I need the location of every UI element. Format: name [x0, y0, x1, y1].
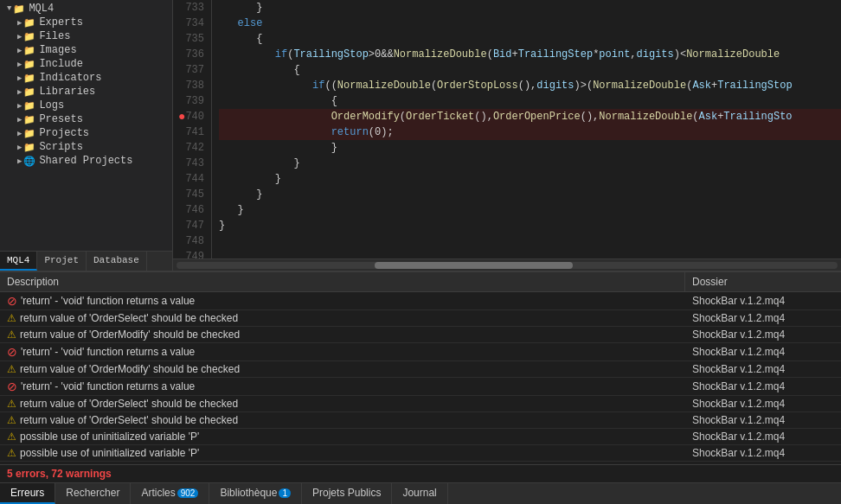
warning-icon: ⚠: [7, 414, 16, 426]
line-number: 742: [180, 140, 204, 156]
error-desc: ⚠possible use of uninitialized variable …: [0, 429, 685, 444]
error-desc: ⚠return value of 'OrderSelect' should be…: [0, 396, 685, 411]
articles-badge: 902: [177, 488, 199, 498]
code-line: if(TrailingStop>0&&NormalizeDouble(Bid+T…: [219, 47, 841, 62]
sidebar-tab-projet[interactable]: Projet: [37, 252, 87, 271]
sidebar-tree: ▼ 📁 MQL4 ▶ 📁 Experts ▶ 📁 Files ▶ 📁 Image…: [0, 0, 172, 251]
folder-icon: 📁: [13, 3, 25, 15]
sidebar-item-libraries[interactable]: ▶ 📁 Libraries: [0, 85, 172, 99]
error-icon: ⊘: [7, 345, 17, 359]
arrow-icon: ▶: [17, 18, 22, 28]
header-description: Description: [0, 272, 685, 291]
bottom-tab-articles[interactable]: Articles902: [131, 483, 209, 504]
line-number: 736: [180, 47, 204, 62]
folder-icon: 📁: [23, 17, 35, 29]
sidebar-tab-database[interactable]: Database: [87, 252, 147, 271]
sidebar-item-label: Presets: [39, 113, 82, 125]
error-row[interactable]: ⚠return value of 'OrderSelect' should be…: [0, 412, 841, 429]
line-number: 749: [180, 249, 204, 258]
sidebar-item-experts[interactable]: ▶ 📁 Experts: [0, 16, 172, 29]
warning-icon: ⚠: [7, 398, 16, 410]
sidebar-item-label: Shared Projects: [39, 155, 132, 167]
error-row[interactable]: ⊘'return' - 'void' function returns a va…: [0, 292, 841, 310]
sidebar-item-images[interactable]: ▶ 📁 Images: [0, 43, 172, 57]
warning-icon: ⚠: [7, 329, 16, 341]
arrow-icon: ▶: [17, 101, 22, 111]
error-dossier: ShockBar v.1.2.mq4: [685, 361, 841, 377]
sidebar-tab-mql4[interactable]: MQL4: [0, 252, 37, 271]
sidebar-item-logs[interactable]: ▶ 📁 Logs: [0, 99, 172, 112]
arrow-icon: ▶: [17, 60, 22, 69]
code-line-error: return(0);: [219, 124, 841, 140]
sidebar-item-label: Images: [39, 44, 76, 56]
error-row[interactable]: ⊘'return' - 'void' function returns a va…: [0, 343, 841, 361]
sidebar-item-include[interactable]: ▶ 📁 Include: [0, 57, 172, 71]
arrow-icon: ▶: [17, 129, 22, 138]
bottom-tab-rechercher[interactable]: Rechercher: [55, 483, 131, 504]
error-desc: ⊘'return' - 'void' function returns a va…: [0, 378, 685, 395]
scrollbar-track: [177, 262, 838, 269]
arrow-icon: ▶: [17, 115, 22, 124]
bottom-tab-journal[interactable]: Journal: [392, 483, 447, 504]
scrollbar-thumb: [375, 262, 573, 269]
bottom-tab-erreurs[interactable]: Erreurs: [0, 483, 55, 504]
error-desc: ⚠return value of 'OrderSelect' should be…: [0, 310, 685, 326]
arrow-icon: ▶: [17, 143, 22, 152]
error-desc: ⚠return value of 'OrderModify' should be…: [0, 327, 685, 342]
main-area: ▼ 📁 MQL4 ▶ 📁 Experts ▶ 📁 Files ▶ 📁 Image…: [0, 0, 841, 271]
sidebar-item-files[interactable]: ▶ 📁 Files: [0, 29, 172, 43]
error-dossier: ShockBar v.1.2.mq4: [685, 429, 841, 444]
editor-area: 733 734 735 736 737 738 739 ● 740 741 74…: [173, 0, 841, 271]
line-number: 737: [180, 62, 204, 78]
header-dossier: Dossier: [685, 272, 841, 291]
error-desc: ⚠possible use of uninitialized variable …: [0, 445, 685, 461]
sidebar-item-label: Libraries: [39, 86, 95, 98]
status-bar: 5 errors, 72 warnings: [0, 464, 841, 482]
status-errors-text: 5 errors, 72 warnings: [7, 468, 112, 480]
error-dossier: ShockBar v.1.2.mq4: [685, 344, 841, 360]
bibliotheque-badge: 1: [279, 488, 291, 498]
shared-folder-icon: 🌐: [23, 156, 35, 167]
horizontal-scrollbar[interactable]: [173, 258, 841, 271]
error-dossier: ShockBar v.1.2.mq4: [685, 310, 841, 326]
sidebar-item-projects[interactable]: ▶ 📁 Projects: [0, 126, 172, 140]
sidebar-item-presets[interactable]: ▶ 📁 Presets: [0, 112, 172, 126]
code-line-error: OrderModify(OrderTicket(),OrderOpenPrice…: [219, 109, 841, 124]
code-line: }: [219, 218, 841, 233]
error-row[interactable]: ⊘'return' - 'void' function returns a va…: [0, 378, 841, 396]
error-row[interactable]: ⚠return value of 'OrderModify' should be…: [0, 361, 841, 378]
error-row[interactable]: ⚠return value of 'OrderSelect' should be…: [0, 310, 841, 327]
code-line: {: [219, 93, 841, 109]
code-line: {: [219, 31, 841, 47]
line-number: ● 740: [180, 109, 204, 124]
line-number: 734: [180, 16, 204, 31]
sidebar-item-scripts[interactable]: ▶ 📁 Scripts: [0, 140, 172, 154]
line-number: 738: [180, 78, 204, 93]
sidebar-item-indicators[interactable]: ▶ 📁 Indicators: [0, 71, 172, 85]
arrow-icon: ▼: [7, 4, 11, 13]
error-dossier: ShockBar v.1.2.mq4: [685, 327, 841, 342]
sidebar-item-mql4[interactable]: ▼ 📁 MQL4: [0, 2, 172, 16]
bottom-tab-projets-publics[interactable]: Projets Publics: [302, 483, 392, 504]
line-numbers: 733 734 735 736 737 738 739 ● 740 741 74…: [173, 0, 212, 258]
error-icon: ⊘: [7, 380, 17, 393]
error-row[interactable]: ⚠possible use of uninitialized variable …: [0, 445, 841, 462]
errors-table: Description Dossier ⊘'return' - 'void' f…: [0, 272, 841, 464]
error-row[interactable]: ⚠possible use of uninitialized variable …: [0, 429, 841, 445]
errors-table-header: Description Dossier: [0, 272, 841, 292]
code-content: } else { if(TrailingStop>0&&NormalizeDou…: [212, 0, 841, 258]
bottom-tabs: Erreurs Rechercher Articles902 Bibliothè…: [0, 482, 841, 504]
error-row[interactable]: ⚠return value of 'OrderModify' should be…: [0, 327, 841, 343]
folder-icon: 📁: [23, 45, 35, 56]
line-number: 746: [180, 202, 204, 218]
error-row[interactable]: ⚠return value of 'OrderSelect' should be…: [0, 396, 841, 412]
code-view[interactable]: 733 734 735 736 737 738 739 ● 740 741 74…: [173, 0, 841, 258]
error-dossier: ShockBar v.1.2.mq4: [685, 293, 841, 309]
bottom-tab-bibliotheque[interactable]: Bibliothèque1: [209, 483, 302, 504]
code-line: [219, 233, 841, 249]
folder-icon: 📁: [23, 142, 35, 153]
code-line: }: [219, 0, 841, 16]
sidebar-item-shared-projects[interactable]: ▶ 🌐 Shared Projects: [0, 154, 172, 168]
code-line: else: [219, 16, 841, 31]
error-desc: ⊘'return' - 'void' function returns a va…: [0, 292, 685, 309]
